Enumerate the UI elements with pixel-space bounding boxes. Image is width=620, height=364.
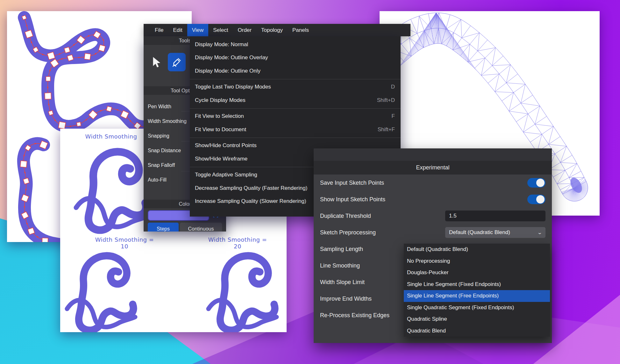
row-label: Sampling Length <box>320 246 363 253</box>
view-menu-item[interactable]: Cycle Display ModesShift+D <box>190 94 401 107</box>
row-label: Improve End Widths <box>320 296 372 302</box>
menu-item-label: Toggle Last Two Display Modes <box>195 84 271 90</box>
duplicate-threshold-label: Duplicate Threshold <box>320 213 371 219</box>
sketch-preprocessing-combobox[interactable]: Default (Quadratic Blend) ⌄ <box>445 227 545 238</box>
menu-item-label: Show/Hide Wireframe <box>195 156 247 162</box>
menu-item-label: Display Mode: Outline Overlay <box>195 54 268 61</box>
show-input-sketch-points-label: Show Input Sketch Points <box>320 196 385 203</box>
row-label: Width Slope Limit <box>320 279 365 286</box>
preprocessing-option[interactable]: Single Line Segment (Free Endpoints) <box>404 290 550 302</box>
view-menu-item[interactable]: Toggle Last Two Display ModesD <box>190 81 401 94</box>
menu-item-label: Display Mode: Normal <box>195 41 248 48</box>
menu-topology[interactable]: Topology <box>256 24 288 36</box>
menu-item-label: Display Mode: Outline Only <box>195 68 260 74</box>
menu-item-shortcut: D <box>391 84 395 90</box>
preprocessing-option[interactable]: Single Line Segment (Fixed Endpoints) <box>404 279 550 290</box>
preprocessing-option[interactable]: Douglas-Peucker <box>404 267 550 279</box>
pen-tool-button[interactable] <box>168 53 186 71</box>
menu-item-label: Fit View to Document <box>195 126 246 133</box>
menu-item-label: Cycle Display Modes <box>195 97 246 103</box>
preprocessing-option[interactable]: Quadratic Spline <box>404 313 550 325</box>
row-label: Re-Process Existing Edges <box>320 312 389 319</box>
menu-file[interactable]: File <box>150 24 168 36</box>
menu-item-shortcut: F <box>392 113 395 119</box>
steps-button[interactable]: Steps <box>148 223 179 232</box>
view-menu-item[interactable]: Fit View to SelectionF <box>190 110 401 123</box>
menu-separator <box>190 79 401 79</box>
duplicate-threshold-row: Duplicate Threshold <box>314 208 552 224</box>
view-menu-item[interactable]: Display Mode: Outline Overlay <box>190 51 401 65</box>
menu-item-shortcut: Shift+F <box>378 126 395 133</box>
cursor-tool-icon[interactable] <box>151 56 162 69</box>
view-menu-item[interactable]: Fit View to DocumentShift+F <box>190 123 401 136</box>
toggle-knob <box>536 195 545 203</box>
menu-item-label: Toggle Adaptive Sampling <box>195 172 257 178</box>
menu-item-label: Show/Hide Control Points <box>195 142 257 149</box>
menu-panels[interactable]: Panels <box>288 24 314 36</box>
menu-item-label: Decrease Sampling Quality (Faster Render… <box>195 185 307 191</box>
preprocessing-option[interactable]: Quadratic Blend <box>404 325 550 337</box>
menu-bar: FileEditViewSelectOrderTopologyPanels <box>144 24 410 36</box>
preprocessing-option[interactable]: Single Quadratic Segment (Fixed Endpoint… <box>404 302 550 314</box>
experimental-top-strip <box>314 148 552 161</box>
menu-view[interactable]: View <box>187 24 209 36</box>
sketch-preprocessing-row: Sketch Preprocessing Default (Quadratic … <box>314 224 552 241</box>
menu-select[interactable]: Select <box>208 24 233 36</box>
preprocessing-option[interactable]: No Preprocessing <box>404 255 550 267</box>
show-input-sketch-points-toggle[interactable] <box>527 195 545 204</box>
view-menu-item[interactable]: Display Mode: Normal <box>190 38 401 51</box>
menu-order[interactable]: Order <box>233 24 256 36</box>
save-input-sketch-points-label: Save Input Sketch Points <box>320 180 384 186</box>
duplicate-threshold-input[interactable] <box>445 211 545 221</box>
pen-icon <box>172 57 182 67</box>
experimental-title: Experimental <box>314 161 552 175</box>
preprocessing-options-popup: Default (Quadratic Blend)No Preprocessin… <box>404 244 550 337</box>
experimental-rows: Save Input Sketch Points Show Input Sket… <box>314 175 552 241</box>
show-input-sketch-points-row: Show Input Sketch Points <box>314 191 552 208</box>
toggle-knob <box>536 179 545 187</box>
save-input-sketch-points-toggle[interactable] <box>527 178 545 188</box>
menu-edit[interactable]: Edit <box>168 24 187 36</box>
combobox-value: Default (Quadratic Blend) <box>449 229 510 236</box>
continuous-button[interactable]: Continuous <box>180 223 222 232</box>
save-input-sketch-points-row: Save Input Sketch Points <box>314 175 552 191</box>
menu-item-label: Increase Sampling Quality (Slower Render… <box>195 198 306 204</box>
preprocessing-option[interactable]: Default (Quadratic Blend) <box>404 244 550 255</box>
menu-item-shortcut: Shift+D <box>377 97 395 103</box>
row-label: Line Smoothing <box>320 262 360 269</box>
sketch-preprocessing-label: Sketch Preprocessing <box>320 229 376 236</box>
menu-separator <box>190 108 401 109</box>
menu-separator <box>190 138 401 138</box>
view-menu-item[interactable]: Display Mode: Outline Only <box>190 64 401 78</box>
chevron-down-icon: ⌄ <box>537 230 542 235</box>
menu-item-label: Fit View to Selection <box>195 113 244 119</box>
